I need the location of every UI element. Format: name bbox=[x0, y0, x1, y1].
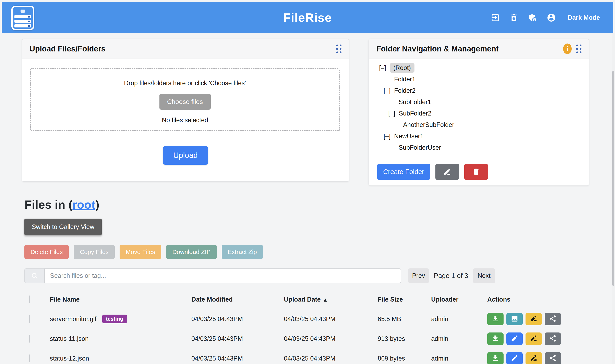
choose-files-button[interactable]: Choose files bbox=[159, 94, 211, 110]
admin-shield-icon[interactable] bbox=[528, 13, 537, 22]
app-header: FileRise Dark Mode bbox=[2, 2, 613, 33]
tree-item-label[interactable]: (Root) bbox=[390, 63, 415, 73]
tree-item-subfolderuser[interactable]: SubFolderUser bbox=[369, 142, 589, 153]
row-checkbox[interactable] bbox=[29, 315, 30, 323]
date-modified: 04/03/25 04:43PM bbox=[191, 315, 284, 323]
scrollbar-thumb[interactable] bbox=[612, 71, 615, 286]
tree-item-label[interactable]: Folder2 bbox=[394, 87, 416, 94]
file-size: 869 bytes bbox=[378, 355, 431, 362]
tree-item-newuser1[interactable]: [–] NewUser1 bbox=[369, 130, 589, 142]
rename-button[interactable] bbox=[525, 352, 542, 364]
file-name[interactable]: status-11.json bbox=[50, 335, 89, 342]
upload-date: 04/03/25 04:43PM bbox=[284, 355, 378, 362]
image-preview-icon bbox=[511, 315, 518, 323]
dark-mode-toggle[interactable]: Dark Mode bbox=[568, 14, 600, 21]
column-header-upload-date[interactable]: Upload Date▲ bbox=[284, 296, 378, 303]
rename-button[interactable] bbox=[525, 313, 542, 325]
row-checkbox[interactable] bbox=[29, 354, 30, 362]
edit-icon bbox=[511, 335, 518, 343]
download-button[interactable] bbox=[487, 352, 504, 364]
upload-date: 04/03/25 04:43PM bbox=[284, 315, 378, 323]
column-header-uploader[interactable]: Uploader bbox=[431, 296, 487, 303]
extract-zip-button[interactable]: Extract Zip bbox=[222, 245, 263, 259]
file-name[interactable]: status-12.json bbox=[50, 355, 89, 362]
no-files-text: No files selected bbox=[162, 117, 208, 124]
tree-toggle-icon[interactable]: [–] bbox=[384, 133, 394, 140]
rename-icon bbox=[530, 354, 537, 363]
download-button[interactable] bbox=[487, 332, 504, 345]
edit-button[interactable] bbox=[506, 352, 523, 364]
uploader: admin bbox=[431, 335, 487, 342]
drag-dots-icon[interactable] bbox=[576, 45, 581, 53]
download-icon bbox=[492, 335, 499, 343]
select-all-checkbox[interactable] bbox=[29, 296, 30, 303]
row-checkbox[interactable] bbox=[29, 335, 30, 343]
search-input[interactable] bbox=[44, 268, 401, 283]
delete-files-button[interactable]: Delete Files bbox=[24, 245, 69, 259]
download-button[interactable] bbox=[487, 313, 504, 325]
move-files-button[interactable]: Move Files bbox=[119, 245, 161, 259]
restore-trash-icon[interactable] bbox=[509, 13, 519, 22]
tree-item-label[interactable]: NewUser1 bbox=[394, 133, 424, 140]
column-header-file-name[interactable]: File Name bbox=[50, 296, 191, 303]
upload-card-title: Upload Files/Folders bbox=[29, 45, 105, 53]
column-header-date-modified[interactable]: Date Modified bbox=[191, 296, 284, 303]
tree-item-subfolder2[interactable]: [–] SubFolder2 bbox=[369, 108, 589, 119]
download-zip-button[interactable]: Download ZIP bbox=[166, 245, 217, 259]
bulk-actions: Delete Files Copy Files Move Files Downl… bbox=[24, 245, 263, 259]
logout-icon[interactable] bbox=[491, 13, 500, 22]
search-icon[interactable] bbox=[24, 268, 44, 283]
tree-item-folder2[interactable]: [–] Folder2 bbox=[369, 85, 589, 96]
folder-card-title: Folder Navigation & Management bbox=[376, 45, 499, 53]
share-button[interactable] bbox=[545, 332, 561, 345]
file-name[interactable]: servermonitor.gif bbox=[50, 315, 96, 323]
tree-item-label[interactable]: SubFolderUser bbox=[399, 144, 441, 151]
files-heading-suffix: ) bbox=[95, 198, 99, 211]
dropzone-text: Drop files/folders here or click 'Choose… bbox=[124, 79, 246, 87]
tree-item-folder1[interactable]: Folder1 bbox=[369, 74, 589, 85]
pen-icon bbox=[443, 168, 451, 176]
table-row: status-11.json 04/03/25 04:43PM 04/03/25… bbox=[24, 329, 615, 349]
create-folder-button[interactable]: Create Folder bbox=[377, 164, 430, 180]
tree-item-label[interactable]: SubFolder1 bbox=[399, 98, 431, 106]
column-header-file-size[interactable]: File Size bbox=[378, 296, 431, 303]
edit-button[interactable] bbox=[506, 332, 523, 345]
tree-item-label[interactable]: AnotherSubFolder bbox=[403, 121, 454, 129]
rename-button[interactable] bbox=[525, 332, 542, 345]
tree-item-label[interactable]: Folder1 bbox=[394, 76, 416, 83]
prev-page-button[interactable]: Prev bbox=[408, 268, 429, 283]
copy-files-button[interactable]: Copy Files bbox=[74, 245, 115, 259]
share-icon bbox=[549, 335, 557, 343]
tree-item-anothersubfolder[interactable]: AnotherSubFolder bbox=[369, 119, 589, 130]
upload-card: Upload Files/Folders Drop files/folders … bbox=[22, 39, 349, 182]
folder-navigation-card: Folder Navigation & Management i [–] (Ro… bbox=[368, 39, 589, 186]
download-icon bbox=[492, 354, 499, 363]
root-folder-link[interactable]: root bbox=[72, 198, 95, 211]
tree-toggle-icon[interactable]: [–] bbox=[384, 87, 394, 94]
tree-item-root[interactable]: [–] (Root) bbox=[369, 62, 589, 74]
rename-icon bbox=[530, 315, 537, 323]
tree-item-label[interactable]: SubFolder2 bbox=[399, 110, 431, 117]
tree-toggle-icon[interactable]: [–] bbox=[379, 64, 390, 72]
uploader: admin bbox=[431, 355, 487, 362]
switch-gallery-view-button[interactable]: Switch to Gallery View bbox=[24, 219, 102, 235]
upload-button[interactable]: Upload bbox=[163, 146, 208, 165]
delete-folder-button[interactable] bbox=[464, 164, 488, 180]
rename-folder-button[interactable] bbox=[435, 164, 459, 180]
date-modified: 04/03/25 04:43PM bbox=[191, 335, 284, 342]
account-icon[interactable] bbox=[547, 13, 556, 22]
next-page-button[interactable]: Next bbox=[473, 268, 495, 283]
info-icon[interactable]: i bbox=[563, 43, 572, 54]
table-row: status-12.json 04/03/25 04:43PM 04/03/25… bbox=[24, 349, 615, 364]
share-button[interactable] bbox=[545, 313, 561, 325]
sort-ascending-icon: ▲ bbox=[323, 297, 328, 303]
scrollbar-track[interactable] bbox=[612, 33, 615, 364]
tree-item-subfolder1[interactable]: SubFolder1 bbox=[369, 96, 589, 108]
share-icon bbox=[549, 354, 557, 363]
tree-toggle-icon[interactable]: [–] bbox=[388, 110, 399, 117]
share-button[interactable] bbox=[545, 352, 561, 364]
file-table: File Name Date Modified Upload Date▲ Fil… bbox=[0, 290, 615, 364]
upload-dropzone[interactable]: Drop files/folders here or click 'Choose… bbox=[30, 68, 340, 131]
drag-dots-icon[interactable] bbox=[336, 45, 341, 53]
image-preview-button[interactable] bbox=[506, 313, 523, 325]
